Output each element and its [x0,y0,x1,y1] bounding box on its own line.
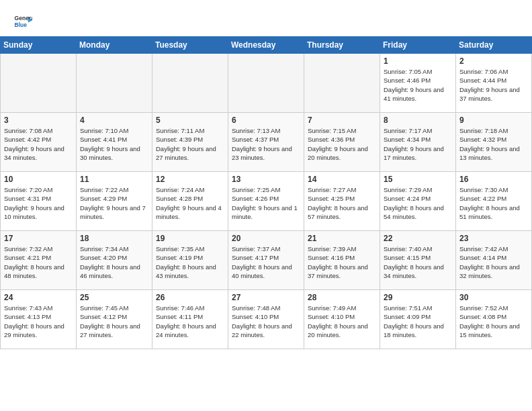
calendar-week-1: 1Sunrise: 7:05 AM Sunset: 4:46 PM Daylig… [1,54,532,113]
calendar-cell: 27Sunrise: 7:48 AM Sunset: 4:10 PM Dayli… [228,290,304,349]
calendar-table: SundayMondayTuesdayWednesdayThursdayFrid… [0,36,532,349]
logo: General Blue [13,12,32,31]
day-number: 29 [384,293,452,302]
weekday-header-thursday: Thursday [304,37,380,54]
weekday-header-monday: Monday [77,37,152,54]
calendar-cell: 29Sunrise: 7:51 AM Sunset: 4:09 PM Dayli… [380,290,456,349]
calendar-cell: 6Sunrise: 7:13 AM Sunset: 4:37 PM Daylig… [228,113,304,172]
day-number: 27 [232,293,300,302]
day-info: Sunrise: 7:10 AM Sunset: 4:41 PM Dayligh… [80,126,148,162]
weekday-header-saturday: Saturday [456,37,532,54]
day-number: 1 [384,56,452,66]
calendar-cell: 23Sunrise: 7:42 AM Sunset: 4:14 PM Dayli… [456,231,532,290]
day-info: Sunrise: 7:40 AM Sunset: 4:15 PM Dayligh… [384,244,452,280]
day-info: Sunrise: 7:06 AM Sunset: 4:44 PM Dayligh… [459,67,528,103]
day-info: Sunrise: 7:27 AM Sunset: 4:25 PM Dayligh… [308,185,376,221]
calendar-cell: 25Sunrise: 7:45 AM Sunset: 4:12 PM Dayli… [77,290,152,349]
day-number: 18 [80,234,148,243]
day-info: Sunrise: 7:45 AM Sunset: 4:12 PM Dayligh… [80,304,148,339]
calendar-cell: 13Sunrise: 7:25 AM Sunset: 4:26 PM Dayli… [228,172,304,231]
day-number: 23 [459,234,528,243]
day-info: Sunrise: 7:37 AM Sunset: 4:17 PM Dayligh… [232,244,300,280]
day-info: Sunrise: 7:18 AM Sunset: 4:32 PM Dayligh… [459,126,528,162]
day-info: Sunrise: 7:11 AM Sunset: 4:39 PM Dayligh… [156,126,224,162]
day-info: Sunrise: 7:43 AM Sunset: 4:13 PM Dayligh… [4,304,73,339]
day-number: 15 [384,175,452,184]
day-number: 25 [80,293,148,302]
page-header: General Blue [0,0,532,36]
day-info: Sunrise: 7:48 AM Sunset: 4:10 PM Dayligh… [232,304,300,339]
day-number: 3 [4,116,73,125]
logo-icon: General Blue [13,12,32,31]
weekday-header-sunday: Sunday [1,37,77,54]
day-number: 12 [156,175,224,184]
calendar-cell: 16Sunrise: 7:30 AM Sunset: 4:22 PM Dayli… [456,172,532,231]
calendar-cell: 15Sunrise: 7:29 AM Sunset: 4:24 PM Dayli… [380,172,456,231]
day-number: 17 [4,234,73,243]
day-info: Sunrise: 7:25 AM Sunset: 4:26 PM Dayligh… [232,185,300,221]
day-number: 30 [459,293,528,302]
calendar-cell: 3Sunrise: 7:08 AM Sunset: 4:42 PM Daylig… [1,113,77,172]
day-info: Sunrise: 7:35 AM Sunset: 4:19 PM Dayligh… [156,244,224,280]
day-number: 10 [4,175,73,184]
calendar-cell: 14Sunrise: 7:27 AM Sunset: 4:25 PM Dayli… [304,172,380,231]
day-info: Sunrise: 7:22 AM Sunset: 4:29 PM Dayligh… [80,185,148,221]
calendar-cell [228,54,304,113]
day-number: 7 [308,116,376,125]
calendar-cell: 1Sunrise: 7:05 AM Sunset: 4:46 PM Daylig… [380,54,456,113]
day-info: Sunrise: 7:05 AM Sunset: 4:46 PM Dayligh… [384,67,452,103]
calendar-cell [77,54,152,113]
day-number: 19 [156,234,224,243]
day-info: Sunrise: 7:17 AM Sunset: 4:34 PM Dayligh… [384,126,452,162]
weekday-header-tuesday: Tuesday [152,37,228,54]
day-info: Sunrise: 7:34 AM Sunset: 4:20 PM Dayligh… [80,244,148,280]
calendar-cell: 2Sunrise: 7:06 AM Sunset: 4:44 PM Daylig… [456,54,532,113]
calendar-cell: 30Sunrise: 7:52 AM Sunset: 4:08 PM Dayli… [456,290,532,349]
day-info: Sunrise: 7:08 AM Sunset: 4:42 PM Dayligh… [4,126,73,162]
calendar-cell: 20Sunrise: 7:37 AM Sunset: 4:17 PM Dayli… [228,231,304,290]
day-number: 28 [308,293,376,302]
weekday-header-friday: Friday [380,37,456,54]
day-number: 13 [232,175,300,184]
day-info: Sunrise: 7:39 AM Sunset: 4:16 PM Dayligh… [308,244,376,280]
svg-text:Blue: Blue [15,21,28,28]
day-number: 14 [308,175,376,184]
day-number: 22 [384,234,452,243]
day-number: 11 [80,175,148,184]
calendar-cell [304,54,380,113]
day-info: Sunrise: 7:32 AM Sunset: 4:21 PM Dayligh… [4,244,73,280]
day-number: 21 [308,234,376,243]
day-number: 2 [459,56,528,66]
day-info: Sunrise: 7:46 AM Sunset: 4:11 PM Dayligh… [156,304,224,339]
calendar-week-4: 17Sunrise: 7:32 AM Sunset: 4:21 PM Dayli… [1,231,532,290]
day-number: 4 [80,116,148,125]
calendar-week-2: 3Sunrise: 7:08 AM Sunset: 4:42 PM Daylig… [1,113,532,172]
day-info: Sunrise: 7:15 AM Sunset: 4:36 PM Dayligh… [308,126,376,162]
day-number: 20 [232,234,300,243]
weekday-header-wednesday: Wednesday [228,37,304,54]
calendar-cell [152,54,228,113]
day-info: Sunrise: 7:30 AM Sunset: 4:22 PM Dayligh… [459,185,528,221]
day-number: 16 [459,175,528,184]
day-info: Sunrise: 7:52 AM Sunset: 4:08 PM Dayligh… [459,304,528,339]
calendar-cell: 17Sunrise: 7:32 AM Sunset: 4:21 PM Dayli… [1,231,77,290]
calendar-cell: 7Sunrise: 7:15 AM Sunset: 4:36 PM Daylig… [304,113,380,172]
day-info: Sunrise: 7:20 AM Sunset: 4:31 PM Dayligh… [4,185,73,221]
calendar-cell: 22Sunrise: 7:40 AM Sunset: 4:15 PM Dayli… [380,231,456,290]
calendar-cell: 8Sunrise: 7:17 AM Sunset: 4:34 PM Daylig… [380,113,456,172]
calendar-cell: 26Sunrise: 7:46 AM Sunset: 4:11 PM Dayli… [152,290,228,349]
calendar-cell: 28Sunrise: 7:49 AM Sunset: 4:10 PM Dayli… [304,290,380,349]
day-info: Sunrise: 7:13 AM Sunset: 4:37 PM Dayligh… [232,126,300,162]
calendar-cell: 10Sunrise: 7:20 AM Sunset: 4:31 PM Dayli… [1,172,77,231]
day-info: Sunrise: 7:29 AM Sunset: 4:24 PM Dayligh… [384,185,452,221]
calendar-week-5: 24Sunrise: 7:43 AM Sunset: 4:13 PM Dayli… [1,290,532,349]
day-info: Sunrise: 7:51 AM Sunset: 4:09 PM Dayligh… [384,304,452,339]
day-info: Sunrise: 7:49 AM Sunset: 4:10 PM Dayligh… [308,304,376,339]
calendar-cell: 4Sunrise: 7:10 AM Sunset: 4:41 PM Daylig… [77,113,152,172]
day-number: 5 [156,116,224,125]
day-number: 8 [384,116,452,125]
day-number: 26 [156,293,224,302]
calendar-cell: 19Sunrise: 7:35 AM Sunset: 4:19 PM Dayli… [152,231,228,290]
calendar-cell: 11Sunrise: 7:22 AM Sunset: 4:29 PM Dayli… [77,172,152,231]
calendar-cell [1,54,77,113]
